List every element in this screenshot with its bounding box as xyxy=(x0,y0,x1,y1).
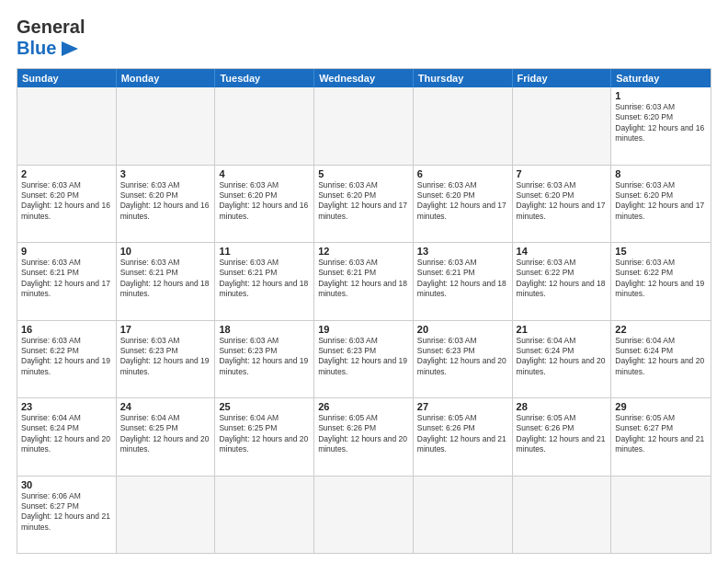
cell-info: Sunrise: 6:03 AM Sunset: 6:20 PM Dayligh… xyxy=(120,180,211,223)
calendar-cell: 3Sunrise: 6:03 AM Sunset: 6:20 PM Daylig… xyxy=(117,166,216,243)
calendar-cell: 30Sunrise: 6:06 AM Sunset: 6:27 PM Dayli… xyxy=(17,477,117,554)
day-number: 7 xyxy=(517,168,608,179)
cell-info: Sunrise: 6:06 AM Sunset: 6:27 PM Dayligh… xyxy=(21,491,112,534)
cell-info: Sunrise: 6:04 AM Sunset: 6:25 PM Dayligh… xyxy=(120,413,211,455)
calendar-cell: 25Sunrise: 6:04 AM Sunset: 6:25 PM Dayli… xyxy=(215,398,314,476)
calendar-cell xyxy=(414,87,513,165)
svg-marker-0 xyxy=(62,41,78,56)
day-number: 14 xyxy=(517,246,608,257)
calendar-cell: 26Sunrise: 6:05 AM Sunset: 6:26 PM Dayli… xyxy=(314,398,414,476)
cell-info: Sunrise: 6:04 AM Sunset: 6:24 PM Dayligh… xyxy=(21,413,112,455)
calendar-cell xyxy=(314,87,414,165)
calendar-cell: 17Sunrise: 6:03 AM Sunset: 6:23 PM Dayli… xyxy=(117,321,216,398)
page: General Blue SundayMondayTuesdayWednesda… xyxy=(0,0,728,563)
calendar-cell: 23Sunrise: 6:04 AM Sunset: 6:24 PM Dayli… xyxy=(17,398,117,476)
cal-header-day: Wednesday xyxy=(314,69,414,87)
calendar-row: 30Sunrise: 6:06 AM Sunset: 6:27 PM Dayli… xyxy=(17,476,711,554)
cell-info: Sunrise: 6:03 AM Sunset: 6:23 PM Dayligh… xyxy=(417,336,508,378)
calendar-cell: 11Sunrise: 6:03 AM Sunset: 6:21 PM Dayli… xyxy=(215,243,314,320)
cell-info: Sunrise: 6:05 AM Sunset: 6:26 PM Dayligh… xyxy=(417,413,508,455)
calendar-cell: 9Sunrise: 6:03 AM Sunset: 6:21 PM Daylig… xyxy=(17,243,117,320)
calendar-row: 2Sunrise: 6:03 AM Sunset: 6:20 PM Daylig… xyxy=(17,165,711,243)
day-number: 12 xyxy=(318,246,409,257)
calendar-cell: 21Sunrise: 6:04 AM Sunset: 6:24 PM Dayli… xyxy=(513,321,612,398)
cell-info: Sunrise: 6:05 AM Sunset: 6:27 PM Dayligh… xyxy=(615,413,707,455)
calendar-row: 23Sunrise: 6:04 AM Sunset: 6:24 PM Dayli… xyxy=(17,397,711,476)
day-number: 15 xyxy=(615,246,707,257)
calendar-cell xyxy=(17,87,117,165)
calendar-cell: 6Sunrise: 6:03 AM Sunset: 6:20 PM Daylig… xyxy=(414,166,513,243)
calendar-cell: 7Sunrise: 6:03 AM Sunset: 6:20 PM Daylig… xyxy=(513,166,612,243)
cell-info: Sunrise: 6:03 AM Sunset: 6:20 PM Dayligh… xyxy=(517,180,608,223)
day-number: 11 xyxy=(219,246,310,257)
cell-info: Sunrise: 6:04 AM Sunset: 6:24 PM Dayligh… xyxy=(517,336,608,378)
calendar-cell: 20Sunrise: 6:03 AM Sunset: 6:23 PM Dayli… xyxy=(414,321,513,398)
cal-header-day: Saturday xyxy=(611,69,711,87)
cal-header-day: Thursday xyxy=(414,69,513,87)
cell-info: Sunrise: 6:03 AM Sunset: 6:20 PM Dayligh… xyxy=(318,180,409,223)
calendar-cell xyxy=(513,87,612,165)
cell-info: Sunrise: 6:03 AM Sunset: 6:23 PM Dayligh… xyxy=(318,336,409,378)
day-number: 5 xyxy=(318,168,409,179)
calendar-cell xyxy=(611,477,711,554)
day-number: 1 xyxy=(615,90,707,101)
calendar-cell: 12Sunrise: 6:03 AM Sunset: 6:21 PM Dayli… xyxy=(314,243,414,320)
cell-info: Sunrise: 6:03 AM Sunset: 6:20 PM Dayligh… xyxy=(219,180,310,223)
calendar-cell: 28Sunrise: 6:05 AM Sunset: 6:26 PM Dayli… xyxy=(513,398,612,476)
cell-info: Sunrise: 6:03 AM Sunset: 6:22 PM Dayligh… xyxy=(21,336,112,378)
day-number: 27 xyxy=(417,401,508,412)
day-number: 10 xyxy=(120,246,211,257)
cell-info: Sunrise: 6:03 AM Sunset: 6:20 PM Dayligh… xyxy=(615,180,707,223)
day-number: 16 xyxy=(21,324,112,335)
calendar-row: 9Sunrise: 6:03 AM Sunset: 6:21 PM Daylig… xyxy=(17,242,711,320)
header: General Blue xyxy=(17,17,711,59)
calendar-cell xyxy=(117,87,216,165)
day-number: 13 xyxy=(417,246,508,257)
day-number: 28 xyxy=(517,401,608,412)
cal-header-day: Friday xyxy=(513,69,612,87)
day-number: 29 xyxy=(615,401,707,412)
cell-info: Sunrise: 6:03 AM Sunset: 6:21 PM Dayligh… xyxy=(318,258,409,300)
day-number: 24 xyxy=(120,401,211,412)
calendar-cell: 15Sunrise: 6:03 AM Sunset: 6:22 PM Dayli… xyxy=(611,243,711,320)
day-number: 21 xyxy=(517,324,608,335)
cal-header-day: Monday xyxy=(117,69,216,87)
calendar-row: 1Sunrise: 6:03 AM Sunset: 6:20 PM Daylig… xyxy=(17,87,711,165)
calendar-cell xyxy=(513,477,612,554)
cell-info: Sunrise: 6:03 AM Sunset: 6:21 PM Dayligh… xyxy=(120,258,211,300)
calendar-cell xyxy=(117,477,216,554)
calendar-cell: 27Sunrise: 6:05 AM Sunset: 6:26 PM Dayli… xyxy=(414,398,513,476)
day-number: 22 xyxy=(615,324,707,335)
day-number: 3 xyxy=(120,168,211,179)
day-number: 17 xyxy=(120,324,211,335)
calendar-cell: 8Sunrise: 6:03 AM Sunset: 6:20 PM Daylig… xyxy=(611,166,711,243)
calendar-header: SundayMondayTuesdayWednesdayThursdayFrid… xyxy=(17,69,711,87)
day-number: 26 xyxy=(318,401,409,412)
day-number: 6 xyxy=(417,168,508,179)
calendar-cell: 14Sunrise: 6:03 AM Sunset: 6:22 PM Dayli… xyxy=(513,243,612,320)
cell-info: Sunrise: 6:03 AM Sunset: 6:21 PM Dayligh… xyxy=(219,258,310,300)
cal-header-day: Tuesday xyxy=(215,69,314,87)
calendar-cell: 22Sunrise: 6:04 AM Sunset: 6:24 PM Dayli… xyxy=(611,321,711,398)
day-number: 2 xyxy=(21,168,112,179)
day-number: 8 xyxy=(615,168,707,179)
logo-flag-icon xyxy=(60,40,80,57)
cell-info: Sunrise: 6:04 AM Sunset: 6:24 PM Dayligh… xyxy=(615,336,707,378)
cell-info: Sunrise: 6:03 AM Sunset: 6:23 PM Dayligh… xyxy=(120,336,211,378)
calendar-body: 1Sunrise: 6:03 AM Sunset: 6:20 PM Daylig… xyxy=(17,87,711,553)
calendar-cell xyxy=(414,477,513,554)
calendar-cell: 13Sunrise: 6:03 AM Sunset: 6:21 PM Dayli… xyxy=(414,243,513,320)
calendar-cell: 10Sunrise: 6:03 AM Sunset: 6:21 PM Dayli… xyxy=(117,243,216,320)
cell-info: Sunrise: 6:03 AM Sunset: 6:23 PM Dayligh… xyxy=(219,336,310,378)
calendar-cell: 19Sunrise: 6:03 AM Sunset: 6:23 PM Dayli… xyxy=(314,321,414,398)
cell-info: Sunrise: 6:03 AM Sunset: 6:21 PM Dayligh… xyxy=(21,258,112,300)
logo: General Blue xyxy=(17,17,85,59)
day-number: 4 xyxy=(219,168,310,179)
cell-info: Sunrise: 6:03 AM Sunset: 6:20 PM Dayligh… xyxy=(417,180,508,223)
cell-info: Sunrise: 6:05 AM Sunset: 6:26 PM Dayligh… xyxy=(318,413,409,455)
day-number: 23 xyxy=(21,401,112,412)
calendar-cell: 16Sunrise: 6:03 AM Sunset: 6:22 PM Dayli… xyxy=(17,321,117,398)
cal-header-day: Sunday xyxy=(17,69,117,87)
calendar-cell: 1Sunrise: 6:03 AM Sunset: 6:20 PM Daylig… xyxy=(611,87,711,165)
cell-info: Sunrise: 6:03 AM Sunset: 6:20 PM Dayligh… xyxy=(21,180,112,223)
